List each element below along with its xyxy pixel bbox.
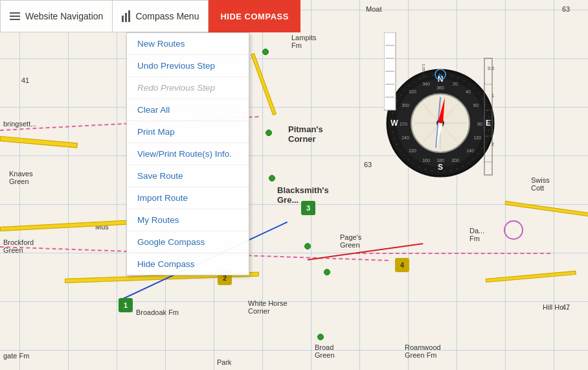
svg-text:270: 270	[400, 122, 407, 126]
menu-item-hide-compass[interactable]: Hide Compass	[127, 253, 249, 275]
menu-item-google-compass[interactable]: Google Compass	[127, 231, 249, 253]
svg-text:160: 160	[422, 158, 430, 163]
hide-compass-button[interactable]: HIDE COMPASS	[209, 0, 300, 32]
waypoint-dot	[324, 269, 330, 275]
svg-text:300: 300	[401, 103, 409, 108]
svg-text:90: 90	[477, 122, 482, 126]
svg-text:180: 180	[436, 158, 444, 163]
compass-bars-icon	[122, 10, 130, 22]
svg-text:200: 200	[451, 158, 459, 163]
route-marker-1: 1	[119, 298, 133, 312]
svg-text:0.5: 0.5	[488, 66, 494, 71]
compass-widget: N S E W 360 180 90 270 20 40 60 120 140 …	[384, 32, 504, 227]
map-container: Moat LampitsFm GreenFm Moat 63 Pitman'sC…	[0, 0, 588, 370]
menu-item-print-map[interactable]: Print Map	[127, 121, 249, 143]
menu-item-view-print-routes[interactable]: View/Print Route(s) Info.	[127, 143, 249, 165]
svg-text:340: 340	[422, 82, 430, 86]
hamburger-icon	[10, 12, 20, 20]
compass-dropdown-menu: New RoutesUndo Previous StepRedo Previou…	[126, 32, 249, 275]
compass-menu-label: Compass Menu	[135, 11, 199, 21]
route-marker-4: 4	[395, 258, 409, 272]
svg-text:60: 60	[473, 103, 479, 108]
svg-text:1.5: 1.5	[488, 119, 494, 124]
waypoint-dot	[262, 49, 269, 55]
compass-menu-button[interactable]: Compass Menu	[113, 0, 209, 32]
svg-text:W: W	[390, 119, 398, 128]
pink-route-line	[356, 253, 550, 254]
svg-text:1:25 000: 1:25 000	[422, 64, 425, 79]
waypoint-dot	[269, 175, 275, 181]
svg-text:140: 140	[466, 148, 474, 153]
menu-item-import-route[interactable]: Import Route	[127, 187, 249, 209]
svg-text:40: 40	[466, 89, 471, 94]
svg-text:120: 120	[473, 135, 481, 140]
website-nav-label: Website Navigation	[25, 11, 103, 21]
svg-text:N: N	[438, 73, 442, 78]
website-navigation-button[interactable]: Website Navigation	[0, 0, 113, 32]
compass-svg: N S E W 360 180 90 270 20 40 60 120 140 …	[384, 32, 504, 201]
menu-item-clear-all[interactable]: Clear All	[127, 99, 249, 121]
svg-text:S: S	[438, 163, 443, 172]
menu-item-save-route[interactable]: Save Route	[127, 165, 249, 187]
route-marker-3: 3	[301, 201, 315, 215]
menu-item-undo-previous-step[interactable]: Undo Previous Step	[127, 55, 249, 77]
waypoint-dot	[317, 334, 324, 340]
svg-text:20: 20	[453, 82, 458, 86]
menu-item-my-routes[interactable]: My Routes	[127, 209, 249, 231]
menu-item-new-routes[interactable]: New Routes	[127, 33, 249, 55]
waypoint-dot	[304, 243, 311, 249]
top-navigation: Website Navigation Compass Menu HIDE COM…	[0, 0, 300, 32]
menu-item-redo-previous-step: Redo Previous Step	[127, 77, 249, 99]
svg-text:220: 220	[409, 148, 416, 153]
svg-text:320: 320	[409, 89, 416, 94]
compass-indicator	[504, 220, 523, 240]
waypoint-dot	[266, 130, 272, 136]
svg-text:360: 360	[436, 86, 444, 90]
svg-text:240: 240	[401, 135, 409, 140]
